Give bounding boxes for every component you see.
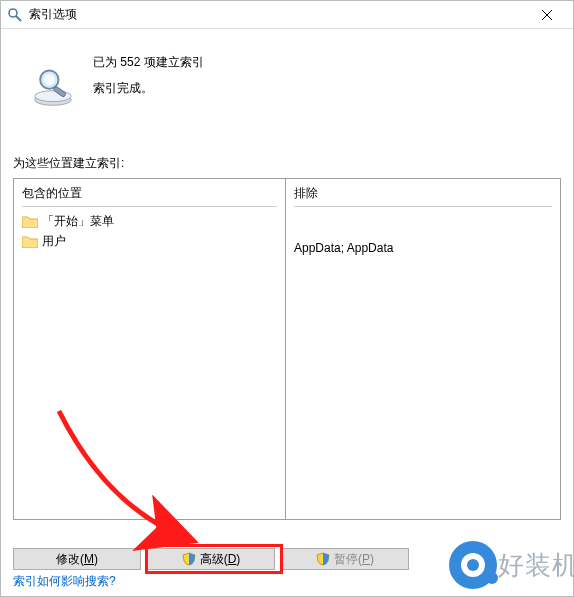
help-link[interactable]: 索引如何影响搜索? (13, 573, 116, 590)
window-title: 索引选项 (29, 6, 527, 23)
window-icon (7, 7, 23, 23)
status-line-done: 索引完成。 (93, 75, 204, 101)
list-item[interactable]: 用户 (22, 231, 277, 251)
included-locations-column: 包含的位置 「开始」菜单 (14, 179, 286, 519)
svg-point-0 (9, 9, 17, 17)
title-bar: 索引选项 (1, 1, 573, 29)
modify-button[interactable]: 修改(M) (13, 548, 141, 570)
folder-icon (22, 215, 38, 228)
list-item[interactable]: 「开始」菜单 (22, 211, 277, 231)
svg-point-7 (44, 74, 55, 85)
pause-button[interactable]: 暂停(P) (281, 548, 409, 570)
shield-icon (182, 552, 196, 566)
advanced-button[interactable]: 高级(D) (147, 548, 275, 570)
locations-list: 包含的位置 「开始」菜单 (13, 178, 561, 520)
shield-icon (316, 552, 330, 566)
exclude-values: AppData; AppData (294, 211, 552, 255)
svg-point-5 (35, 91, 72, 102)
button-row: 修改(M) 高级(D) 暂停(P) (13, 548, 561, 570)
status-line-count: 已为 552 项建立索引 (93, 49, 204, 75)
status-row: 已为 552 项建立索引 索引完成。 (13, 39, 561, 117)
button-label: 暂停(P) (334, 551, 374, 568)
button-label: 高级(D) (200, 551, 241, 568)
included-header: 包含的位置 (22, 183, 277, 207)
exclude-column: 排除 AppData; AppData (286, 179, 560, 519)
svg-line-1 (16, 16, 21, 21)
svg-point-12 (486, 572, 498, 584)
dialog-body: 已为 552 项建立索引 索引完成。 为这些位置建立索引: 包含的位置 「开始」… (1, 29, 573, 520)
close-button[interactable] (527, 2, 567, 28)
location-label: 用户 (42, 233, 66, 250)
locations-section-label: 为这些位置建立索引: (13, 155, 561, 172)
location-label: 「开始」菜单 (42, 213, 114, 230)
button-label: 修改(M) (56, 551, 98, 568)
close-icon (542, 10, 552, 20)
status-text: 已为 552 项建立索引 索引完成。 (93, 39, 204, 102)
indexing-options-window: 索引选项 已为 552 项建立索引 索引完成。 (0, 0, 574, 597)
index-status-icon (13, 39, 93, 117)
exclude-header: 排除 (294, 183, 552, 207)
folder-icon (22, 235, 38, 248)
